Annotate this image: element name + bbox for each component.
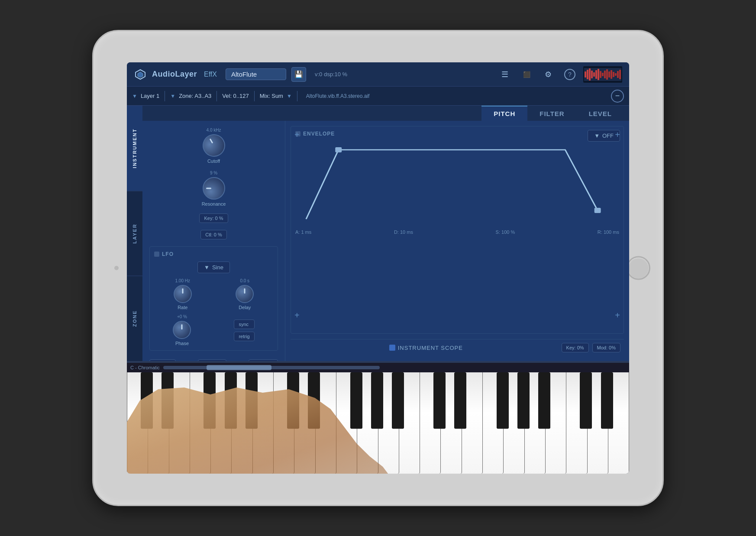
delay-knob[interactable] (236, 285, 254, 303)
delay-value: 0.0 s (240, 278, 249, 283)
resonance-label: Resonance (202, 201, 226, 207)
svg-rect-25 (207, 365, 271, 370)
svg-rect-10 (598, 69, 599, 80)
white-key-18[interactable] (483, 372, 504, 474)
key-row: Key: 0 % (149, 213, 278, 223)
white-key-16[interactable] (441, 372, 462, 474)
off-dropdown-arrow: ▼ (594, 132, 600, 139)
retrig-button[interactable]: retrig (234, 332, 254, 341)
env-plus-top-left[interactable]: + (294, 130, 300, 140)
svg-rect-6 (589, 68, 591, 81)
preset-name[interactable]: AltoFlute (226, 68, 286, 80)
phase-value: +0 % (177, 314, 187, 319)
version-label: v:0 dsp:10 % (315, 71, 347, 77)
white-key-24[interactable] (608, 372, 629, 474)
env-plus-bottom-right[interactable]: + (615, 310, 620, 320)
camera-icon: ⬛ (523, 71, 530, 78)
rate-knob[interactable] (174, 285, 192, 303)
left-panel: 4.0 kHz Cutoff 9 % Resonance (142, 121, 285, 361)
envelope-labels: A: 1 ms D: 10 ms S: 100 % R: 100 ms (295, 228, 619, 236)
attack-label: A: 1 ms (295, 229, 311, 235)
white-key-20[interactable] (525, 372, 546, 474)
tablet-screen: AudioLayer EffX AltoFlute 💾 v:0 dsp:10 %… (127, 62, 629, 474)
resonance-knob[interactable] (203, 177, 225, 200)
minus-icon: − (615, 91, 620, 100)
piano-keys[interactable] (127, 372, 629, 474)
white-key-19[interactable] (504, 372, 524, 474)
phase-knob-section: +0 % Phase (173, 314, 191, 346)
key-guide-label: C - Chromatic (130, 365, 160, 370)
help-button[interactable]: ? (562, 66, 578, 83)
white-key-14[interactable] (399, 372, 420, 474)
sidebar-item-layer[interactable]: LAYER (127, 191, 142, 276)
white-key-21[interactable] (546, 372, 566, 474)
scope-label: INSTRUMENT SCOPE (398, 345, 463, 351)
svg-rect-7 (591, 71, 593, 78)
white-key-22[interactable] (566, 372, 587, 474)
audiolayer-logo-icon (134, 68, 147, 81)
top-bar: AudioLayer EffX AltoFlute 💾 v:0 dsp:10 %… (127, 62, 629, 87)
envelope-title: ENVELOPE (303, 131, 335, 137)
phase-knob[interactable] (173, 321, 191, 339)
content-area: PITCH FILTER LEVEL 4.0 kHz (142, 106, 629, 361)
rate-knob-section: 1.00 Hz Rate (174, 278, 192, 310)
help-icon: ? (564, 69, 575, 80)
svg-rect-13 (604, 71, 606, 78)
svg-rect-15 (608, 71, 610, 77)
resonance-value: 9 % (210, 171, 217, 175)
ctl-button[interactable]: Ctl: 0 % (200, 230, 227, 239)
svg-rect-12 (602, 73, 604, 76)
key-mod-button[interactable]: Key: 0% (562, 343, 589, 352)
keyboard-area: C - Chromatic (127, 361, 629, 474)
home-button[interactable] (627, 256, 650, 280)
key-button[interactable]: Key: 0 % (199, 213, 228, 223)
tab-level[interactable]: LEVEL (577, 106, 624, 121)
svg-rect-19 (617, 71, 619, 78)
sidebar-item-instrument[interactable]: INSTRUMENT (127, 106, 142, 191)
tab-pitch[interactable]: PITCH (481, 106, 527, 121)
key-guide: C - Chromatic (127, 363, 629, 372)
sync-button[interactable]: sync (234, 320, 254, 329)
env-plus-bottom-left[interactable]: + (294, 310, 300, 320)
svg-rect-22 (335, 147, 342, 152)
mod-mod-button[interactable]: Mod: 0% (592, 343, 620, 352)
svg-rect-16 (611, 70, 612, 79)
white-key-23[interactable] (588, 372, 608, 474)
scope-indicator (389, 345, 395, 351)
save-button[interactable]: 💾 (291, 67, 306, 82)
tablet-shell: AudioLayer EffX AltoFlute 💾 v:0 dsp:10 %… (92, 30, 664, 506)
envelope-section: ENVELOPE ▼ OFF + + + (291, 126, 624, 334)
svg-rect-5 (587, 70, 588, 79)
white-key-15[interactable] (420, 372, 441, 474)
layer-dropdown-arrow: ▼ (132, 93, 137, 99)
velocity-label: Vel: 0..127 (222, 93, 249, 99)
envelope-header: ENVELOPE (295, 131, 619, 137)
resonance-knob-section: 9 % Resonance (202, 171, 226, 207)
delay-knob-section: 0.0 s Delay (236, 278, 254, 310)
camera-button[interactable]: ⬛ (518, 66, 535, 83)
waveform-label: Sine (212, 264, 223, 271)
bottom-bar: INSTRUMENT SCOPE Key: 0% Mod: 0% (291, 339, 624, 356)
svg-rect-14 (606, 69, 608, 80)
waveform-dropdown[interactable]: ▼ Sine (197, 262, 230, 273)
white-key-17[interactable] (462, 372, 483, 474)
settings-icon: ⚙ (545, 70, 552, 79)
delay-label: Delay (239, 305, 251, 310)
ctl-row: Ctl: 0 % (149, 230, 278, 239)
env-plus-top-right[interactable]: + (615, 130, 620, 140)
lfo-header: LFO (154, 251, 273, 257)
hamburger-button[interactable]: ☰ (497, 66, 513, 83)
envelope-graph[interactable] (295, 141, 619, 228)
collapse-button[interactable]: − (611, 90, 624, 103)
cutoff-knob[interactable] (198, 130, 229, 161)
settings-button[interactable]: ⚙ (540, 66, 556, 83)
side-tabs: INSTRUMENT LAYER ZONE (127, 106, 142, 361)
tab-filter[interactable]: FILTER (527, 106, 576, 121)
sidebar-item-zone[interactable]: ZONE (127, 276, 142, 361)
synth-panel: 4.0 kHz Cutoff 9 % Resonance (142, 121, 629, 361)
rate-value: 1.00 Hz (175, 278, 190, 283)
white-key-13[interactable] (378, 372, 399, 474)
cutoff-value: 4.0 kHz (207, 128, 221, 132)
camera-dot (114, 266, 119, 270)
resonance-row: 9 % Resonance (149, 171, 278, 207)
